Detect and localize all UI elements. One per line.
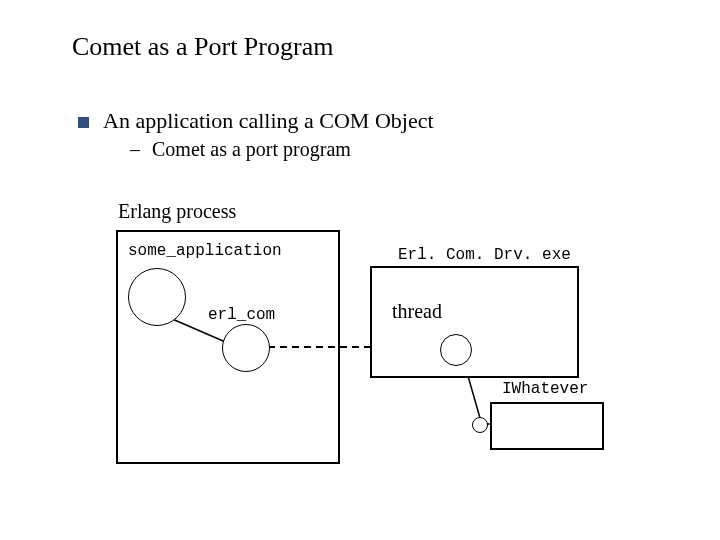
thread-label: thread — [392, 300, 442, 323]
erl-com-label: erl_com — [208, 306, 275, 324]
bullet-level2: – Comet as a port program — [130, 138, 351, 161]
bullet-level1: An application calling a COM Object — [78, 108, 434, 134]
slide: Comet as a Port Program An application c… — [0, 0, 720, 540]
iwhatever-box — [490, 402, 604, 450]
subbullet-text: Comet as a port program — [152, 138, 351, 161]
dash-bullet-icon: – — [130, 138, 140, 161]
slide-title: Comet as a Port Program — [72, 32, 333, 62]
square-bullet-icon — [78, 117, 89, 128]
some-application-label: some_application — [128, 242, 282, 260]
driver-label: Erl. Com. Drv. exe — [398, 246, 571, 264]
process-circle-someapp — [128, 268, 186, 326]
thread-circle — [440, 334, 472, 366]
process-circle-erlcom — [222, 324, 270, 372]
interface-lollipop-icon — [472, 417, 488, 433]
erlang-process-label: Erlang process — [118, 200, 236, 223]
iwhatever-label: IWhatever — [502, 380, 588, 398]
connections-layer — [0, 0, 720, 540]
bullet-text: An application calling a COM Object — [103, 108, 434, 134]
